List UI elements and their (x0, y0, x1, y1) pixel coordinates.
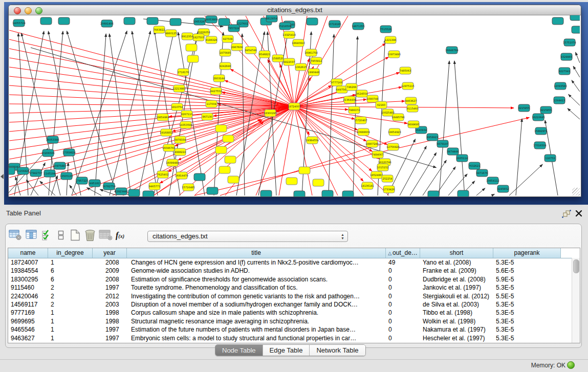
float-panel-icon[interactable] (562, 210, 571, 218)
network-node[interactable]: 16914479 (175, 172, 188, 179)
cell-title[interactable]: Embryonic stem cells: a model to study s… (127, 334, 386, 342)
network-node[interactable]: 7663822 (154, 26, 165, 33)
tab-edge-table[interactable]: Edge Table (263, 345, 310, 356)
network-node[interactable] (322, 190, 333, 196)
network-node[interactable]: 18524861 (370, 171, 383, 179)
network-node[interactable]: 2935114 (456, 155, 468, 162)
network-node[interactable]: 2718176 (178, 69, 189, 76)
network-edge[interactable] (132, 31, 158, 195)
network-edge[interactable] (516, 119, 522, 195)
network-node[interactable]: 19384554 (306, 137, 318, 144)
network-edge[interactable] (242, 34, 245, 195)
zoom-window-icon[interactable] (35, 7, 42, 14)
cell-year[interactable]: 2003 (93, 300, 127, 309)
cell-title[interactable]: Disruption of a novel member of a sodium… (127, 300, 386, 309)
network-window[interactable]: citations_edges.txt 14055724206914061065… (8, 5, 581, 197)
network-node[interactable]: 6679197 (437, 140, 448, 147)
network-node[interactable]: 19654962 (156, 114, 169, 121)
network-node[interactable]: 9245652 (497, 185, 509, 192)
cell-name[interactable]: 9777169 (8, 309, 48, 317)
cell-title[interactable]: Estimation of significance thresholds fo… (127, 275, 386, 283)
minimize-window-icon[interactable] (25, 7, 32, 14)
network-node[interactable] (9, 167, 15, 174)
network-node[interactable] (219, 18, 230, 26)
network-node[interactable]: 10654112 (486, 177, 499, 184)
network-edge[interactable] (492, 194, 494, 195)
cell-short[interactable]: Hescheler et al. (1997) (420, 334, 493, 342)
network-node[interactable]: 26053346 (46, 136, 59, 143)
network-edge[interactable] (576, 52, 580, 63)
network-node[interactable]: 18640910 (292, 39, 304, 47)
memory-status-indicator[interactable] (567, 361, 575, 369)
network-node[interactable] (207, 187, 218, 194)
network-node[interactable] (307, 18, 318, 25)
cell-in_degree[interactable]: 2 (48, 292, 93, 300)
network-node[interactable]: 8912354 (182, 33, 193, 40)
network-node[interactable] (186, 44, 197, 51)
network-window-titlebar[interactable]: citations_edges.txt (9, 5, 581, 15)
network-node[interactable]: 117004 (206, 100, 217, 107)
table-row[interactable]: 1830029562008Estimation of significance … (8, 275, 580, 283)
network-edge[interactable] (9, 76, 294, 106)
cell-in_degree[interactable]: 6 (48, 267, 93, 275)
network-edge[interactable] (454, 61, 465, 195)
network-node[interactable]: 10975887 (53, 162, 66, 169)
cell-out_de[interactable]: 0 (386, 317, 420, 325)
cell-in_degree[interactable]: 1 (48, 325, 93, 334)
column-header-in_degree[interactable]: in_degree (48, 248, 93, 258)
network-node[interactable]: 6822037 (284, 58, 295, 65)
cell-year[interactable]: 2008 (93, 275, 127, 283)
network-edge[interactable] (294, 106, 514, 108)
network-node[interactable] (219, 166, 230, 173)
network-node[interactable]: 21364436 (343, 96, 356, 103)
network-edge[interactable] (9, 85, 294, 106)
network-node[interactable]: 7515526 (380, 26, 391, 33)
network-node[interactable] (225, 156, 236, 163)
network-node[interactable]: 18300295 (264, 110, 276, 117)
cell-in_degree[interactable]: 1 (48, 309, 93, 317)
network-node[interactable]: 8454749 (245, 47, 256, 54)
network-node[interactable]: 252254 (382, 175, 393, 182)
cell-pagerank[interactable]: 5.6E-5 (493, 267, 561, 275)
network-node[interactable]: 10688609 (357, 128, 369, 136)
network-node[interactable]: 9699695 (408, 121, 419, 128)
network-node[interactable]: 14353594 (179, 121, 192, 128)
cell-pagerank[interactable]: 5.3E-5 (493, 283, 561, 292)
tab-node-table[interactable]: Node Table (215, 345, 263, 356)
create-table-button[interactable] (70, 229, 81, 241)
cell-out_de[interactable]: 0 (386, 325, 420, 334)
network-node[interactable]: 1810754 (171, 103, 183, 111)
network-edge[interactable] (573, 66, 580, 77)
network-node[interactable]: 7484067 (372, 151, 383, 158)
cell-pagerank[interactable]: 5.3E-5 (493, 325, 561, 334)
column-header-year[interactable]: year (93, 248, 127, 258)
cell-out_de[interactable]: 0 (386, 300, 420, 309)
network-node[interactable]: 17957225 (75, 177, 88, 184)
column-header-name[interactable]: name (8, 248, 48, 258)
cell-in_degree[interactable]: 1 (48, 334, 93, 342)
network-node[interactable]: 927508 (222, 35, 233, 42)
network-node[interactable]: 19654923 (388, 128, 401, 136)
cell-out_de[interactable]: 0 (386, 275, 420, 283)
network-node[interactable]: 9329965 (561, 53, 572, 60)
network-node[interactable] (294, 191, 305, 196)
network-node[interactable]: 2967608 (231, 43, 243, 51)
close-panel-icon[interactable] (575, 209, 583, 217)
network-node[interactable]: 12975115 (401, 82, 414, 90)
cell-name[interactable]: 22420046 (8, 292, 48, 300)
network-edge[interactable] (67, 31, 117, 195)
network-node[interactable]: 16046766 (162, 144, 175, 151)
network-edge[interactable] (400, 146, 426, 195)
network-node[interactable] (286, 178, 297, 185)
network-edge[interactable] (568, 108, 580, 119)
delete-table-button[interactable] (84, 229, 96, 242)
cell-year[interactable]: 2012 (93, 292, 127, 300)
network-node[interactable]: 12923448 (115, 188, 127, 195)
table-options-button[interactable] (9, 229, 22, 240)
network-node[interactable] (215, 146, 227, 154)
cell-out_de[interactable]: 49 (386, 258, 420, 267)
table-row[interactable]: 946554611997Estimation of the future num… (8, 325, 580, 334)
table-row[interactable]: 969969511998Structural magnetic resonanc… (8, 317, 580, 325)
cell-in_degree[interactable]: 1 (48, 258, 93, 267)
network-edge[interactable] (439, 61, 449, 195)
